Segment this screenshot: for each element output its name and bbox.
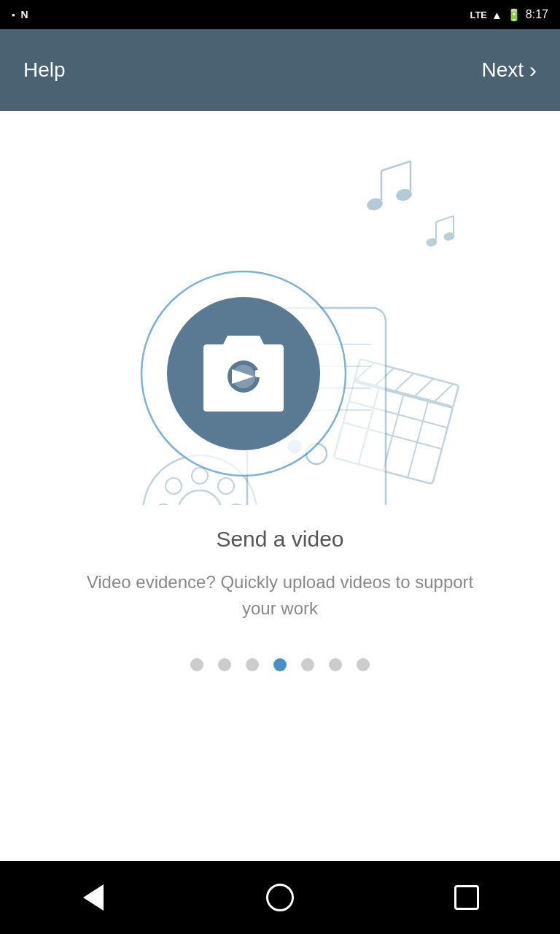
svg-point-27: [228, 504, 244, 505]
dot-3[interactable]: [246, 658, 259, 671]
battery-icon: 🔋: [507, 8, 521, 22]
n-icon: N: [21, 9, 28, 20]
page-title: Send a video: [216, 527, 343, 552]
chevron-right-icon: ›: [529, 58, 537, 82]
dot-7[interactable]: [357, 658, 370, 671]
svg-point-30: [218, 478, 234, 494]
illustration: [29, 133, 531, 512]
svg-line-4: [381, 161, 411, 171]
dot-6[interactable]: [329, 658, 342, 671]
camera-icon: [203, 336, 284, 412]
svg-line-9: [436, 216, 454, 222]
home-button[interactable]: [262, 879, 298, 916]
lte-label: LTE: [470, 9, 487, 20]
dot-2[interactable]: [218, 658, 231, 671]
svg-point-23: [178, 490, 222, 505]
text-section: Send a video Video evidence? Quickly upl…: [69, 527, 491, 622]
svg-line-15: [408, 400, 428, 477]
dot-4-active[interactable]: [273, 658, 287, 671]
illustration-svg: [90, 140, 470, 505]
svg-rect-46: [255, 370, 262, 377]
dot-5[interactable]: [301, 658, 314, 671]
status-bar: ▪ N LTE ▲ 🔋 8:17: [0, 0, 560, 29]
back-button[interactable]: [75, 879, 112, 916]
signal-icon: ▲: [491, 9, 502, 21]
svg-point-24: [192, 468, 208, 484]
page-body: Video evidence? Quickly upload videos to…: [69, 569, 491, 622]
top-bar: Help Next ›: [0, 29, 560, 111]
sim-icon: ▪: [12, 9, 15, 20]
svg-point-28: [166, 478, 182, 494]
status-bar-left: ▪ N: [12, 9, 28, 20]
bottom-nav-bar: [0, 861, 560, 934]
time-label: 8:17: [526, 8, 548, 21]
help-label: Help: [23, 58, 66, 82]
main-content: Send a video Video evidence? Quickly upl…: [0, 111, 560, 861]
svg-point-26: [155, 504, 171, 505]
dots-container: [190, 658, 370, 671]
music-notes-icon: [367, 161, 413, 211]
dot-1[interactable]: [190, 658, 203, 671]
small-music-notes-icon: [426, 216, 455, 247]
recents-button[interactable]: [448, 879, 485, 916]
next-label: Next: [481, 58, 524, 82]
status-bar-right: LTE ▲ 🔋 8:17: [470, 8, 548, 22]
next-button[interactable]: Next ›: [481, 58, 537, 82]
